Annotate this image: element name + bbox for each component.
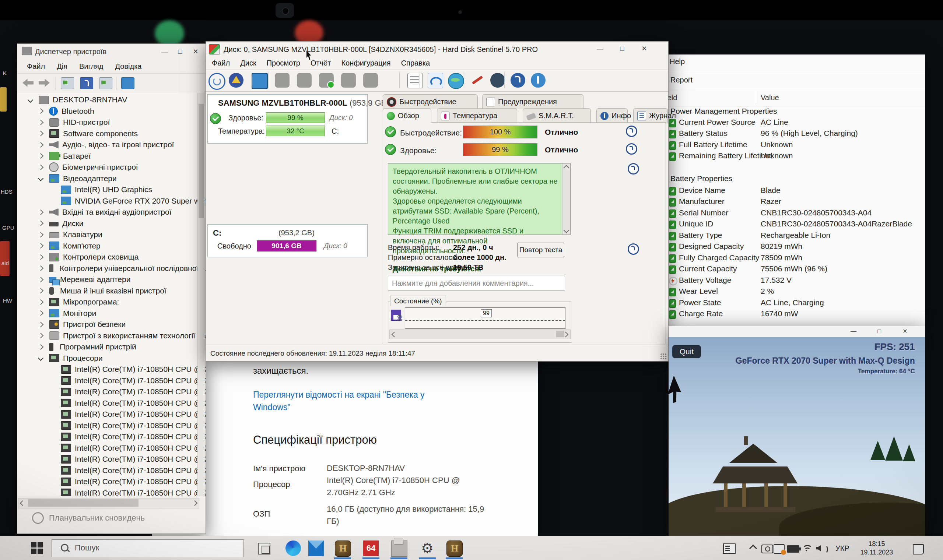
chevron-right-icon[interactable]: [38, 299, 44, 305]
maximize-button[interactable]: □: [611, 43, 633, 54]
resize-grip[interactable]: [660, 353, 667, 360]
desktop-icon-label[interactable]: K: [3, 70, 7, 76]
tree-item[interactable]: Мережеві адаптери: [17, 274, 205, 285]
desktop-icon-label[interactable]: GPU: [2, 225, 14, 231]
chevron-down-icon[interactable]: [28, 97, 34, 103]
chevron-down-icon[interactable]: [38, 355, 44, 361]
report-doc-icon[interactable]: [407, 73, 423, 88]
tab-Журнал[interactable]: Журнал: [633, 108, 668, 123]
minimize-button[interactable]: —: [157, 46, 173, 57]
problem-report-icon[interactable]: [229, 73, 243, 88]
report-row[interactable]: Wear Level2 %: [626, 287, 925, 298]
tree-item[interactable]: Пристрої з використанням технології пам'…: [17, 330, 205, 341]
language-indicator[interactable]: УКР: [835, 544, 849, 552]
network-globe-icon[interactable]: [448, 73, 464, 89]
tree-item[interactable]: Intel(R) Core(TM) i7-10850H CPU @ 2.70GH…: [17, 454, 205, 465]
chevron-right-icon[interactable]: [38, 288, 44, 294]
wifi-tray-icon[interactable]: [801, 544, 812, 553]
scan-hardware-icon[interactable]: [121, 77, 134, 89]
column-header-value[interactable]: Value: [761, 94, 779, 102]
heroes3-icon[interactable]: H: [335, 540, 351, 557]
help-menu[interactable]: Help: [670, 57, 685, 66]
menu-item-Диск[interactable]: Диск: [240, 57, 256, 69]
menu-item-Вигляд[interactable]: Вигляд: [79, 60, 103, 72]
help-icon[interactable]: [510, 73, 525, 88]
menu-item-Довідка[interactable]: Довідка: [115, 60, 142, 72]
partition-card[interactable]: C: (953,2 GB) Свободно 901,6 GB Диск: 0: [207, 224, 368, 257]
tree-item[interactable]: Миша й інші вказівні пристрої: [17, 285, 205, 296]
tree-item[interactable]: Intel(R) Core(TM) i7-10850H CPU @ 2.70GH…: [17, 375, 205, 386]
tree-item[interactable]: Відеоадаптери: [17, 173, 205, 184]
chevron-right-icon[interactable]: [38, 142, 44, 148]
volume-tray-icon[interactable]: [816, 545, 821, 551]
close-button[interactable]: ✕: [188, 46, 203, 57]
retest-button[interactable]: Повтор теста: [517, 243, 564, 257]
window-controls[interactable]: —□✕: [589, 43, 655, 54]
maximize-button[interactable]: □: [866, 326, 892, 337]
tree-item[interactable]: Програмний пристрій: [17, 341, 205, 352]
chevron-right-icon[interactable]: [38, 265, 44, 271]
back-icon[interactable]: [23, 79, 34, 87]
tree-item[interactable]: Intel(R) Core(TM) i7-10850H CPU @ 2.70GH…: [17, 398, 205, 409]
quit-button[interactable]: Quit: [672, 345, 701, 358]
tab-Температура[interactable]: Температура: [437, 108, 517, 123]
tree-item[interactable]: Батареї: [17, 151, 205, 162]
chevron-right-icon[interactable]: [38, 220, 44, 226]
forward-icon[interactable]: [39, 79, 50, 87]
news-widget-icon[interactable]: [723, 543, 736, 554]
report-row[interactable]: Battery TypeRechargeable Li-Ion: [626, 231, 925, 242]
close-button[interactable]: ✕: [892, 326, 918, 337]
column-divider[interactable]: [757, 91, 757, 104]
chevron-right-icon[interactable]: [38, 119, 44, 125]
menu-item-Дія[interactable]: Дія: [57, 60, 68, 72]
disk-summary-card[interactable]: SAMSUNG MZVLB1T0HBLR-000L (953,9 GB) Здо…: [207, 94, 368, 144]
tree-item[interactable]: Пристрої безпеки: [17, 319, 205, 330]
write-pen-icon[interactable]: [470, 73, 485, 88]
chevron-right-icon[interactable]: [38, 310, 44, 316]
desktop-icon-aida[interactable]: [0, 241, 9, 276]
sync-icon[interactable]: [428, 73, 443, 88]
clock[interactable]: 18:15 19.11.2023: [855, 540, 899, 557]
chevron-right-icon[interactable]: [38, 243, 44, 249]
menu-item-Справка[interactable]: Справка: [401, 57, 430, 69]
chevron-right-icon[interactable]: [38, 322, 44, 327]
report-row[interactable]: Full Battery LifetimeUnknown: [626, 140, 925, 151]
chart-scrollbar[interactable]: [389, 329, 570, 339]
tray-expand-icon[interactable]: [749, 545, 757, 552]
report-row[interactable]: Serial NumberCNB1RC30-024805700343-A04: [626, 208, 925, 220]
tab-Предупреждения[interactable]: Предупреждения: [482, 94, 584, 109]
chevron-right-icon[interactable]: [38, 232, 44, 237]
report-row[interactable]: Power StateAC Line, Charging: [626, 298, 925, 309]
tree-item[interactable]: Intel(R) Core(TM) i7-10850H CPU @ 2.70GH…: [17, 364, 205, 375]
notification-badge-icon[interactable]: [774, 544, 784, 554]
tree-item[interactable]: Контролери універсальної послідовної шин…: [17, 263, 205, 274]
search-input[interactable]: Пошук: [52, 539, 244, 557]
tree-item[interactable]: Монітори: [17, 308, 205, 319]
report-row[interactable]: Battery Voltage17.532 V: [626, 276, 925, 287]
tree-item[interactable]: Bluetooth: [17, 106, 205, 117]
tree-item[interactable]: Software components: [17, 128, 205, 139]
tree-item[interactable]: DESKTOP-8RN7HAV: [17, 94, 205, 105]
chart-marker[interactable]: 99: [481, 309, 492, 317]
help-icon[interactable]: [626, 143, 637, 155]
tree-item[interactable]: Контролери сховища: [17, 251, 205, 263]
start-button[interactable]: [31, 542, 43, 554]
disk-ok-icon[interactable]: [319, 73, 334, 88]
tree-item[interactable]: Вхідні та вихідні аудіопристрої: [17, 206, 205, 218]
report-row[interactable]: Fully Charged Capacity78509 mWh: [626, 253, 925, 265]
tree-item[interactable]: Мікропрограма:: [17, 296, 205, 308]
mail-icon[interactable]: [308, 540, 324, 556]
report-row[interactable]: Charge Rate16740 mW: [626, 309, 925, 320]
tree-item[interactable]: Клавіатури: [17, 229, 205, 240]
report-row[interactable]: ManufacturerRazer: [626, 197, 925, 208]
tree-item[interactable]: Intel(R) Core(TM) i7-10850H CPU @ 2.70GH…: [17, 476, 205, 487]
info-icon[interactable]: [531, 73, 545, 88]
settings-gear-icon[interactable]: ⚙: [419, 540, 435, 556]
comment-input[interactable]: Нажмите для добавления комментария...: [388, 276, 565, 291]
disk-icon[interactable]: [251, 73, 268, 89]
edge-icon[interactable]: [285, 540, 301, 556]
window-controls[interactable]: —□✕: [841, 326, 918, 337]
window-controls[interactable]: —□✕: [157, 46, 203, 57]
task-view-icon[interactable]: [258, 543, 270, 554]
tree-item[interactable]: Процесори: [17, 353, 205, 364]
